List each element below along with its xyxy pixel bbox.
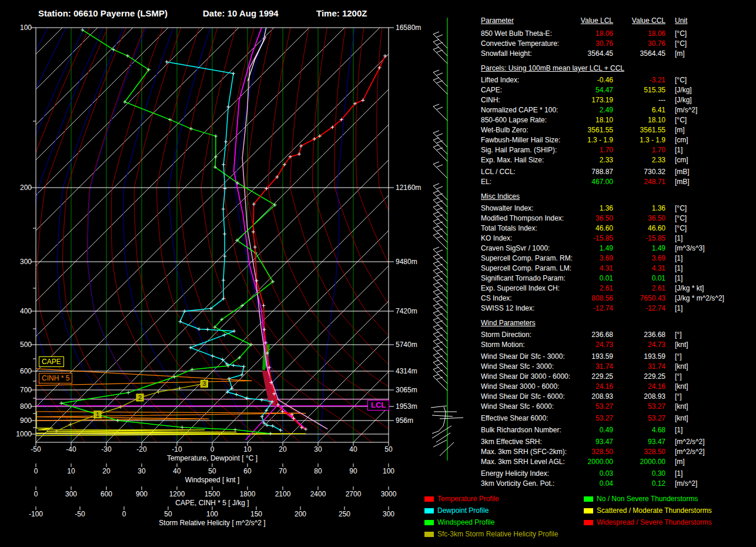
legend-item-label: Widespread / Severe Thunderstorms (597, 518, 712, 526)
value-ccl: 1.49 (607, 244, 665, 252)
value-ccl: 6.41 (607, 106, 665, 114)
cape-tick-label: 600 (92, 490, 121, 498)
legend-item-label: Scattered / Moderate Thunderstorms (597, 506, 712, 515)
unit-label: [m] (675, 49, 685, 58)
value-lcl: 0.04 (553, 479, 613, 488)
value-ccl: 3.69 (607, 254, 665, 262)
value-lcl: 36.50 (553, 214, 613, 222)
unit-label: [knt] (675, 341, 688, 349)
param-label: Energy Helicity Index: (481, 469, 549, 478)
legend-swatch (584, 520, 593, 525)
windspeed-tick-label: 50 (198, 467, 227, 475)
param-label: Normalized CAPE * 100: (481, 106, 558, 114)
altitude-label: 5740m (396, 341, 417, 349)
svg-text:3: 3 (203, 381, 206, 387)
value-ccl: 2.33 (607, 156, 665, 164)
value-lcl: 24.73 (553, 341, 613, 349)
unit-label: [°] (675, 331, 681, 339)
legend-swatch (584, 508, 593, 513)
unit-label: [°] (675, 352, 681, 361)
srh-tick-label: -100 (21, 510, 51, 518)
svg-text:1: 1 (96, 412, 99, 418)
value-ccl: 53.27 (607, 414, 665, 422)
param-label: Wind Shear Sfc - 3000: (481, 362, 554, 371)
value-lcl: 229.25 (553, 372, 613, 381)
value-lcl: 3.69 (553, 254, 613, 262)
srh-tick-label: 0 (109, 510, 139, 518)
table-section-title: Misc Indices (481, 192, 520, 201)
param-label: CINH: (481, 96, 500, 104)
value-ccl: 193.59 (607, 352, 665, 361)
param-label: Modified Thompson Index: (481, 214, 564, 222)
altitude-label: 3065m (396, 386, 417, 394)
srh-tick-label: 200 (286, 510, 315, 518)
cape-tick-label: 1200 (162, 490, 192, 498)
param-label: Exp. Supercell Index CH: (481, 284, 560, 292)
unit-label: [knt] (675, 362, 688, 371)
cape-axis-title: CAPE, CINH * 5 [ J/kg ] (175, 499, 249, 507)
value-ccl: 53.27 (607, 402, 665, 411)
srh-tick-label: 100 (198, 510, 227, 518)
unit-label: [mB] (675, 168, 690, 176)
unit-label: [1] (675, 234, 683, 242)
pressure-label: 900 (11, 416, 32, 425)
altitude-label: 4314m (396, 367, 417, 375)
windspeed-tick-label: 0 (21, 467, 51, 475)
temperature-tick-label: 50 (374, 445, 403, 453)
unit-label: [J/kg * kt] (675, 284, 704, 292)
value-ccl: 328.50 (607, 448, 665, 456)
unit-label: [J/kg] (675, 96, 692, 104)
value-ccl: 236.68 (607, 331, 665, 339)
unit-label: [m/s^2] (675, 479, 697, 488)
pressure-label: 300 (11, 258, 32, 266)
value-ccl: 24.16 (607, 382, 665, 391)
value-ccl: 730.32 (607, 168, 665, 176)
value-lcl: 30.76 (553, 39, 613, 48)
param-label: Fawbush-Miller Hail Size: (481, 136, 560, 144)
param-label: Sig. Hail Param. (SHIP): (481, 146, 557, 154)
value-lcl: 18.06 (553, 29, 613, 38)
value-lcl: -12.74 (553, 304, 613, 312)
temperature-tick-label: -10 (162, 445, 192, 453)
cape-box-label: CAPE (39, 356, 64, 367)
unit-label: [m^2/s^2] (675, 438, 705, 446)
param-label: Storm Motion: (481, 341, 525, 349)
srh-tick-label: 150 (242, 510, 271, 518)
unit-label: [m] (675, 458, 685, 466)
value-ccl: 208.93 (607, 392, 665, 401)
altitude-label: 9480m (396, 258, 417, 266)
value-ccl: 2000.00 (607, 458, 665, 466)
value-lcl: 1.36 (553, 204, 613, 212)
value-lcl: 193.59 (553, 352, 613, 361)
temperature-tick-label: 0 (198, 445, 227, 453)
param-label: 850-600 Lapse Rate: (481, 116, 547, 124)
param-label: SWISS 12 Index: (481, 304, 534, 312)
temperature-tick-label: 10 (233, 445, 262, 453)
value-lcl: 93.47 (553, 438, 613, 446)
legend-item-label: Windspeed Profile (437, 518, 494, 526)
pressure-label: 1000 (11, 430, 32, 438)
altitude-label: 1953m (396, 402, 417, 411)
windspeed-tick-label: 90 (339, 467, 368, 475)
unit-label: [J/kg * m^2/s^2] (675, 294, 724, 302)
value-ccl: 18.10 (607, 116, 665, 124)
value-lcl: 1.70 (553, 146, 613, 154)
value-ccl: 93.47 (607, 438, 665, 446)
value-ccl: -15.85 (607, 234, 665, 242)
cape-tick-label: 0 (21, 490, 51, 498)
pressure-label: 500 (11, 341, 32, 349)
legend-item-label: Sfc-3km Storm Relative Helicity Profile (437, 530, 558, 538)
param-label: Craven SigSvr / 1000: (481, 244, 550, 252)
unit-label: [mB] (675, 178, 690, 186)
param-label: LCL / CCL: (481, 168, 516, 176)
param-label: Effective Shear 6000: (481, 414, 548, 422)
value-ccl: 36.50 (607, 214, 665, 222)
param-label: Bulk Richardson Number: (481, 426, 561, 434)
value-lcl: 4.31 (553, 264, 613, 272)
value-lcl: 24.16 (553, 382, 613, 391)
temperature-tick-label: -20 (127, 445, 156, 453)
skewt-sounding-screen: { "palette":{"red":"#ff0000","yellow":"#… (0, 0, 756, 547)
value-lcl: 53.27 (553, 402, 613, 411)
param-label: KO Index: (481, 234, 512, 242)
profiles (36, 28, 387, 440)
